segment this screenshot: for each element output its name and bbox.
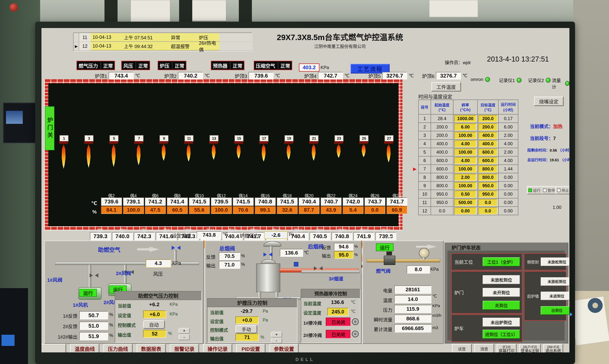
- stop-indicator-icon: [557, 189, 560, 192]
- schedule-cell[interactable]: 28.4: [431, 114, 453, 123]
- schedule-cell[interactable]: 100.00: [453, 182, 477, 190]
- schedule-cell[interactable]: 950.0: [477, 182, 498, 190]
- schedule-cell[interactable]: 600.0: [431, 156, 453, 165]
- burner-number-tag: 7: [134, 135, 144, 142]
- schedule-cell[interactable]: 6.00: [498, 123, 518, 131]
- schedule-row[interactable]: 10950.00.50950.00.00: [419, 190, 518, 198]
- schedule-cell[interactable]: 4.00: [453, 140, 477, 148]
- alarm-list[interactable]: 1110-04-13上午 07:54:51异常炉压▶1210-04-13上午 0…: [73, 32, 252, 52]
- nav-button[interactable]: 操作记录: [203, 344, 232, 353]
- schedule-cell[interactable]: 2.00: [498, 131, 518, 140]
- schedule-cell[interactable]: 0.17: [498, 114, 518, 123]
- schedule-cell[interactable]: 800.0: [431, 182, 453, 190]
- schedule-cell[interactable]: 400.0: [477, 131, 498, 140]
- workpiece-temp-button[interactable]: 工件温度: [431, 82, 461, 91]
- schedule-row[interactable]: 2200.06.00200.06.00: [419, 123, 518, 131]
- rear-wall-box: 后炉墙未放松到位未进到位出到位: [524, 271, 567, 321]
- schedule-cell[interactable]: 950.0: [477, 190, 498, 198]
- schedule-row[interactable]: 9800.0100.00950.00.00: [419, 182, 518, 190]
- nav-button[interactable]: 压力曲线: [103, 344, 132, 353]
- schedule-cell[interactable]: 600.0: [431, 165, 453, 173]
- air-out-plus-button[interactable]: +: [179, 328, 190, 334]
- schedule-row[interactable]: 11950.0500.000.00.00: [419, 198, 518, 207]
- schedule-cell[interactable]: 4.00: [498, 140, 518, 148]
- alarm-row[interactable]: ▶1210-04-13上午 09:44:32超温报警26#热电偶: [74, 42, 252, 50]
- schedule-cell[interactable]: 100.00: [453, 165, 477, 173]
- nav-button[interactable]: 温度曲线: [70, 344, 99, 353]
- schedule-row[interactable]: 128.41000.00200.00.17: [419, 114, 518, 123]
- system-button[interactable]: 试音: [452, 344, 472, 353]
- schedule-cell[interactable]: 2.00: [453, 173, 477, 182]
- schedule-cell[interactable]: 1.44: [498, 165, 518, 173]
- schedule-row[interactable]: 5400.0100.00600.02.00: [419, 148, 518, 156]
- schedule-cell[interactable]: 500.00: [453, 198, 477, 207]
- schedule-cell[interactable]: 200.0: [477, 123, 498, 131]
- system-button[interactable]: [F10]屏幕打印: [497, 344, 516, 353]
- system-button[interactable]: [ALT+F2]登录&注销: [519, 344, 541, 353]
- schedule-cell[interactable]: 200.0: [431, 123, 453, 131]
- schedule-cell[interactable]: 950.0: [431, 190, 453, 198]
- stop-button[interactable]: 停止: [556, 186, 570, 194]
- schedule-cell[interactable]: 4.00: [453, 156, 477, 165]
- run-button[interactable]: 运行: [527, 186, 542, 194]
- partial-button[interactable]: [41, 344, 66, 353]
- alarm-row[interactable]: 1110-04-13上午 07:54:51异常炉压: [74, 33, 252, 42]
- schedule-cell[interactable]: 200.0: [431, 131, 453, 140]
- schedule-cell[interactable]: 950.0: [431, 198, 453, 207]
- schedule-cell[interactable]: 800.0: [477, 165, 498, 173]
- handwheel-icon[interactable]: [352, 318, 359, 325]
- schedule-cell[interactable]: 0.00: [498, 198, 518, 207]
- nav-button[interactable]: 数据报表: [137, 344, 166, 353]
- schedule-cell[interactable]: 0.0: [477, 198, 498, 207]
- cp-out-plus-button[interactable]: +: [271, 332, 282, 338]
- system-button[interactable]: [Alt+F4]退出系统: [543, 344, 563, 353]
- nav-button[interactable]: PID设置: [236, 344, 265, 353]
- schedule-cell[interactable]: 600.0: [477, 148, 498, 156]
- air-set-value[interactable]: +6.0: [143, 311, 166, 318]
- schedule-cell[interactable]: 6.00: [453, 123, 477, 131]
- schedule-cell[interactable]: 400.0: [431, 148, 453, 156]
- schedule-row[interactable]: 8800.02.00800.00.00: [419, 173, 518, 182]
- schedule-row[interactable]: 120.00.000.00.00: [419, 207, 518, 215]
- schedule-row[interactable]: 7▶600.0100.00800.01.44: [419, 165, 518, 173]
- schedule-cell[interactable]: 0.00: [498, 182, 518, 190]
- schedule-cell[interactable]: 600.0: [477, 156, 498, 165]
- handwheel-icon[interactable]: [352, 331, 359, 337]
- nav-button[interactable]: 报警记录: [170, 344, 199, 353]
- schedule-cell[interactable]: 0.00: [498, 207, 518, 215]
- schedule-cell[interactable]: 100.00: [453, 148, 477, 156]
- schedule-cell[interactable]: 0.0: [477, 207, 498, 215]
- schedule-row[interactable]: 4400.04.00400.04.00: [419, 140, 518, 148]
- schedule-cell[interactable]: 400.0: [477, 140, 498, 148]
- cp-out-value[interactable]: 71: [236, 334, 259, 341]
- schedule-cell[interactable]: 200.0: [477, 114, 498, 123]
- cp-out-minus-button[interactable]: -: [271, 338, 282, 343]
- schedule-cell[interactable]: 400.0: [431, 140, 453, 148]
- rear-out-value[interactable]: 95.0: [334, 251, 353, 259]
- schedule-cell[interactable]: 1000.00: [453, 114, 477, 123]
- schedule-cell[interactable]: 800.0: [477, 173, 498, 182]
- system-button[interactable]: 消音: [474, 344, 494, 353]
- schedule-cell[interactable]: 0.50: [453, 190, 477, 198]
- schedule-cell[interactable]: 2.00: [498, 148, 518, 156]
- cp-mode-button[interactable]: 手动: [236, 325, 257, 333]
- burner-settings-button[interactable]: 烧嘴设定: [534, 97, 563, 106]
- schedule-cell[interactable]: 0.0: [431, 207, 453, 215]
- schedule-cell[interactable]: 100.00: [453, 131, 477, 140]
- schedule-cell[interactable]: 0.00: [498, 173, 518, 182]
- schedule-cell[interactable]: 0.00: [498, 190, 518, 198]
- schedule-table[interactable]: 段号起始温度 (℃)斜率 (℃/h)目标温度 (℃)运行时间 (小时)128.4…: [418, 100, 518, 215]
- nav-button[interactable]: 参数设置: [269, 344, 299, 353]
- door-car-status-panel: 炉门炉车状态 当前工位工位1（全炉） 炉门未放松到位未开到位关到位 炉车未出炉到…: [444, 242, 568, 343]
- pause-button[interactable]: 暂停: [542, 186, 556, 194]
- precool-set-value[interactable]: 245.0: [327, 308, 348, 316]
- air-mode-button[interactable]: 自动: [143, 320, 165, 329]
- schedule-cell[interactable]: 4.00: [498, 156, 518, 165]
- schedule-cell[interactable]: 800.0: [431, 173, 453, 182]
- schedule-row[interactable]: 6600.04.00600.04.00: [419, 156, 518, 165]
- schedule-row[interactable]: 3200.0100.00400.02.00: [419, 131, 518, 140]
- air-out-value[interactable]: 52: [143, 330, 166, 338]
- air-out-minus-button[interactable]: -: [179, 334, 190, 340]
- cp-set-value[interactable]: +0.0: [236, 316, 259, 324]
- schedule-cell[interactable]: 0.00: [453, 207, 477, 215]
